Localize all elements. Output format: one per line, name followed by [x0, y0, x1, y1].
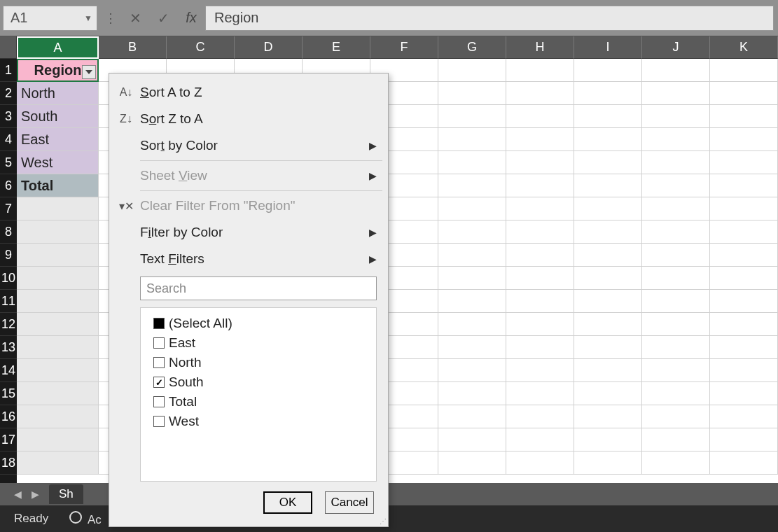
- cell-K18[interactable]: [710, 451, 778, 475]
- cell-H15[interactable]: [506, 382, 574, 405]
- row-header-7[interactable]: 7: [0, 197, 17, 220]
- cell-H7[interactable]: [506, 197, 574, 220]
- column-header-I[interactable]: I: [574, 36, 642, 59]
- cell-H2[interactable]: [506, 82, 574, 105]
- cell-I9[interactable]: [574, 244, 642, 267]
- filter-checklist[interactable]: (Select All)EastNorthSouthTotalWest: [140, 307, 377, 482]
- cell-H16[interactable]: [506, 405, 574, 428]
- filter-item-total[interactable]: Total: [144, 392, 373, 412]
- cell-K5[interactable]: [710, 151, 778, 174]
- cell-J16[interactable]: [642, 405, 710, 428]
- cell-G5[interactable]: [438, 151, 506, 174]
- cell-K2[interactable]: [710, 82, 778, 105]
- cell-H5[interactable]: [506, 151, 574, 174]
- cell-H1[interactable]: [506, 59, 574, 82]
- filter-item-south[interactable]: South: [144, 372, 373, 392]
- cell-G18[interactable]: [438, 451, 506, 475]
- column-header-B[interactable]: B: [99, 36, 167, 59]
- cell-G17[interactable]: [438, 428, 506, 451]
- column-header-C[interactable]: C: [167, 36, 235, 59]
- chevron-down-icon[interactable]: ▼: [84, 13, 92, 23]
- cell-I17[interactable]: [574, 428, 642, 451]
- row-header-12[interactable]: 12: [0, 313, 17, 336]
- cell-I13[interactable]: [574, 336, 642, 359]
- cell-K3[interactable]: [710, 105, 778, 128]
- cell-K16[interactable]: [710, 405, 778, 428]
- cell-H13[interactable]: [506, 336, 574, 359]
- cell-J6[interactable]: [642, 174, 710, 197]
- cell-J5[interactable]: [642, 151, 710, 174]
- cell-J4[interactable]: [642, 128, 710, 151]
- column-header-F[interactable]: F: [370, 36, 438, 59]
- cell-K4[interactable]: [710, 128, 778, 151]
- text-filters[interactable]: Text Filters ▶: [115, 246, 382, 272]
- row-header-16[interactable]: 16: [0, 405, 17, 428]
- cell-G3[interactable]: [438, 105, 506, 128]
- cell-A2[interactable]: North: [17, 82, 99, 105]
- name-box[interactable]: A1 ▼: [3, 6, 97, 31]
- cell-G4[interactable]: [438, 128, 506, 151]
- filter-search-input[interactable]: Search: [140, 276, 377, 300]
- cell-I10[interactable]: [574, 267, 642, 290]
- filter-item-west[interactable]: West: [144, 412, 373, 431]
- cell-I11[interactable]: [574, 290, 642, 313]
- cell-G6[interactable]: [438, 174, 506, 197]
- cell-G1[interactable]: [438, 59, 506, 82]
- row-header-18[interactable]: 18: [0, 451, 17, 475]
- cell-A7[interactable]: [17, 197, 99, 220]
- cell-A13[interactable]: [17, 336, 99, 359]
- column-header-E[interactable]: E: [303, 36, 370, 59]
- row-header-17[interactable]: 17: [0, 428, 17, 451]
- cell-A11[interactable]: [17, 290, 99, 313]
- cell-J12[interactable]: [642, 313, 710, 336]
- cell-A6[interactable]: Total: [17, 174, 99, 197]
- cell-J18[interactable]: [642, 451, 710, 475]
- cell-J3[interactable]: [642, 105, 710, 128]
- row-header-1[interactable]: 1: [0, 59, 17, 82]
- cell-I7[interactable]: [574, 197, 642, 220]
- row-header-13[interactable]: 13: [0, 336, 17, 359]
- column-header-D[interactable]: D: [235, 36, 303, 59]
- cell-G12[interactable]: [438, 313, 506, 336]
- cell-H14[interactable]: [506, 359, 574, 382]
- cell-I4[interactable]: [574, 128, 642, 151]
- filter-item--select-all-[interactable]: (Select All): [144, 314, 373, 333]
- column-header-G[interactable]: G: [438, 36, 506, 59]
- cell-I12[interactable]: [574, 313, 642, 336]
- cell-G2[interactable]: [438, 82, 506, 105]
- resize-grip-icon[interactable]: ⋰: [380, 517, 387, 525]
- checkbox-icon[interactable]: [153, 396, 165, 407]
- cell-G16[interactable]: [438, 405, 506, 428]
- sheet-tab[interactable]: Sh: [49, 484, 83, 504]
- tab-nav-next-icon[interactable]: ▶: [32, 489, 39, 500]
- column-header-K[interactable]: K: [710, 36, 778, 59]
- checkbox-icon[interactable]: [153, 377, 165, 388]
- cell-J11[interactable]: [642, 290, 710, 313]
- cell-I1[interactable]: [574, 59, 642, 82]
- checkbox-icon[interactable]: [153, 318, 165, 329]
- row-header-4[interactable]: 4: [0, 128, 17, 151]
- row-header-5[interactable]: 5: [0, 151, 17, 174]
- column-header-A[interactable]: A: [17, 36, 99, 59]
- cell-K6[interactable]: [710, 174, 778, 197]
- cell-K12[interactable]: [710, 313, 778, 336]
- cell-I15[interactable]: [574, 382, 642, 405]
- cell-G13[interactable]: [438, 336, 506, 359]
- row-header-10[interactable]: 10: [0, 267, 17, 290]
- row-header-2[interactable]: 2: [0, 82, 17, 105]
- cell-I5[interactable]: [574, 151, 642, 174]
- cell-J17[interactable]: [642, 428, 710, 451]
- cell-H10[interactable]: [506, 267, 574, 290]
- cell-G10[interactable]: [438, 267, 506, 290]
- cell-J14[interactable]: [642, 359, 710, 382]
- cell-H11[interactable]: [506, 290, 574, 313]
- sort-z-to-a[interactable]: Z↓ Sort Z to A: [115, 106, 382, 132]
- cell-I6[interactable]: [574, 174, 642, 197]
- cell-A14[interactable]: [17, 359, 99, 382]
- cell-G11[interactable]: [438, 290, 506, 313]
- sort-a-to-z[interactable]: A↓ Sort A to Z: [115, 79, 382, 106]
- cell-K17[interactable]: [710, 428, 778, 451]
- cell-J10[interactable]: [642, 267, 710, 290]
- cancel-formula-icon[interactable]: ✕: [121, 6, 149, 31]
- ok-button[interactable]: OK: [263, 491, 312, 514]
